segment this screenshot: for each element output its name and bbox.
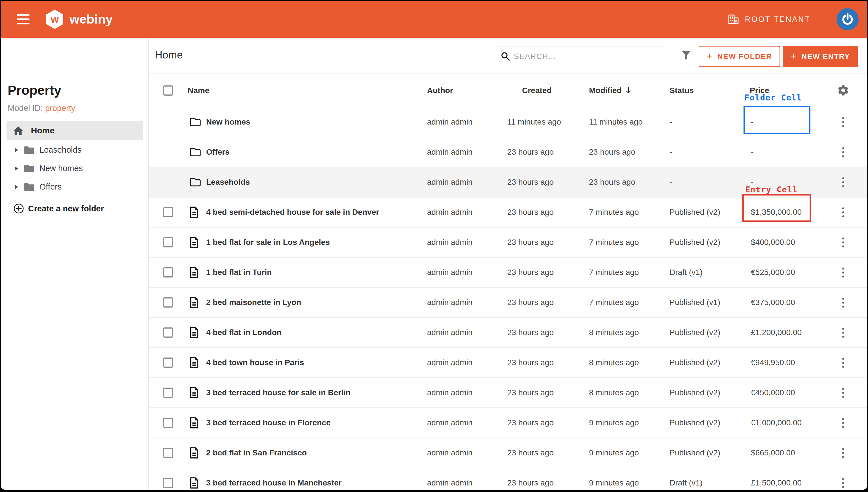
row-status: - (669, 178, 672, 187)
row-actions-button[interactable] (842, 387, 844, 399)
row-author: admin admin (427, 268, 472, 277)
folder-cell-annotation-label: Folder Cell (744, 93, 802, 102)
row-modified: 11 minutes ago (589, 118, 642, 126)
row-name: 3 bed terraced house for sale in Berlin (206, 388, 350, 397)
row-checkbox[interactable] (163, 478, 173, 488)
row-checkbox[interactable] (163, 207, 173, 217)
row-price: €1,000,000.00 (751, 418, 801, 427)
row-modified: 7 minutes ago (589, 238, 639, 247)
row-checkbox[interactable] (163, 358, 173, 368)
search-input[interactable] (514, 52, 666, 61)
row-status: Published (v2) (669, 208, 720, 217)
row-name: 3 bed terraced house in Florence (206, 418, 331, 427)
entry-cell-annotation-label: Entry Cell (745, 185, 798, 194)
table-row[interactable]: Offers admin admin 23 hours ago 23 hours… (149, 137, 867, 167)
row-name: New homes (206, 118, 251, 126)
sidebar-folder-label: Leaseholds (40, 145, 81, 155)
row-actions-button[interactable] (842, 296, 844, 309)
row-checkbox[interactable] (163, 388, 173, 398)
row-author: admin admin (427, 478, 472, 488)
row-checkbox[interactable] (163, 267, 173, 277)
entry-cell-annotation-box (742, 194, 811, 222)
row-status: Published (v2) (669, 418, 720, 427)
hamburger-icon (17, 14, 29, 16)
new-folder-label: NEW FOLDER (717, 52, 772, 61)
sidebar: Property Model ID: property Home Leaseho… (1, 38, 149, 490)
chevron-right-icon[interactable] (15, 185, 18, 189)
folder-icon (24, 146, 35, 155)
row-checkbox[interactable] (163, 297, 173, 308)
table-row[interactable]: 3 bed terraced house for sale in Berlin … (149, 378, 867, 408)
row-modified: 9 minutes ago (589, 448, 639, 458)
user-avatar[interactable] (837, 8, 859, 30)
table-row[interactable]: 2 bed flat in San Francisco admin admin … (149, 438, 867, 468)
row-actions-button[interactable] (842, 326, 844, 339)
tenant-selector[interactable]: ROOT TENANT (728, 1, 810, 38)
row-status: Published (v2) (669, 448, 720, 458)
row-actions-button[interactable] (842, 417, 844, 429)
chevron-right-icon[interactable] (15, 148, 18, 152)
column-header-name[interactable]: Name (188, 74, 427, 107)
top-app-bar: w webiny ROOT TENANT (1, 1, 867, 38)
row-actions-button[interactable] (842, 477, 844, 489)
row-author: admin admin (427, 448, 472, 458)
row-actions-button[interactable] (842, 266, 844, 278)
document-icon (189, 236, 199, 248)
model-id-label: Model ID: (8, 103, 43, 113)
row-actions-button[interactable] (842, 356, 844, 369)
row-created: 23 hours ago (507, 238, 554, 247)
row-actions-button[interactable] (842, 206, 844, 218)
row-created: 23 hours ago (507, 478, 554, 488)
row-author: admin admin (427, 388, 472, 397)
plus-circle-icon (13, 203, 24, 214)
table-body: New homes admin admin 11 minutes ago 11 … (149, 107, 867, 490)
row-actions-button[interactable] (842, 116, 844, 128)
column-header-author[interactable]: Author (427, 74, 507, 107)
table-row[interactable]: 4 bed flat in London admin admin 23 hour… (149, 318, 867, 348)
row-checkbox[interactable] (163, 418, 173, 428)
sidebar-folder-item[interactable]: Offers (1, 178, 148, 196)
table-row[interactable]: 3 bed terraced house in Manchester admin… (149, 468, 867, 490)
row-checkbox[interactable] (163, 237, 173, 247)
new-folder-button[interactable]: + NEW FOLDER (699, 46, 780, 67)
row-name: Offers (206, 148, 229, 157)
row-checkbox[interactable] (163, 327, 173, 338)
row-created: 23 hours ago (507, 388, 554, 397)
row-name: 4 bed town house in Paris (206, 358, 304, 367)
row-price: $665,000.00 (751, 448, 795, 458)
new-entry-button[interactable]: + NEW ENTRY (783, 46, 858, 67)
select-all-checkbox[interactable] (163, 85, 173, 96)
column-header-created[interactable]: Created (507, 74, 589, 107)
table-row[interactable]: 4 bed town house in Paris admin admin 23… (149, 348, 867, 378)
row-modified: 9 minutes ago (589, 418, 639, 427)
row-status: Draft (v1) (669, 478, 703, 488)
row-created: 23 hours ago (507, 178, 554, 187)
chevron-right-icon[interactable] (15, 167, 18, 171)
row-actions-button[interactable] (842, 176, 844, 188)
table-row[interactable]: 2 bed maisonette in Lyon admin admin 23 … (149, 288, 867, 318)
menu-toggle-button[interactable] (17, 1, 29, 38)
row-price: €525,000.00 (751, 268, 795, 277)
folder-icon (189, 117, 201, 127)
column-header-modified[interactable]: Modified (589, 74, 669, 107)
row-name: 2 bed maisonette in Lyon (206, 298, 301, 307)
row-author: admin admin (427, 358, 472, 367)
sidebar-folder-item[interactable]: New homes (1, 159, 148, 178)
row-created: 23 hours ago (507, 418, 554, 427)
row-name: Leaseholds (206, 178, 250, 187)
row-actions-button[interactable] (842, 146, 844, 158)
sidebar-home-label: Home (31, 126, 54, 136)
sidebar-item-home[interactable]: Home (6, 121, 142, 140)
table-row[interactable]: 1 bed flat for sale in Los Angeles admin… (149, 227, 867, 257)
column-header-status[interactable]: Status (669, 74, 750, 107)
create-folder-button[interactable]: Create a new folder (13, 202, 104, 215)
table-settings-button[interactable] (837, 84, 849, 97)
row-checkbox[interactable] (163, 448, 173, 458)
table-row[interactable]: 3 bed terraced house in Florence admin a… (149, 408, 867, 438)
filter-button[interactable] (681, 50, 691, 61)
row-actions-button[interactable] (842, 447, 844, 459)
row-actions-button[interactable] (842, 236, 844, 248)
table-row[interactable]: 1 bed flat in Turin admin admin 23 hours… (149, 257, 867, 288)
sidebar-folder-item[interactable]: Leaseholds (1, 141, 148, 159)
document-icon (189, 296, 199, 309)
